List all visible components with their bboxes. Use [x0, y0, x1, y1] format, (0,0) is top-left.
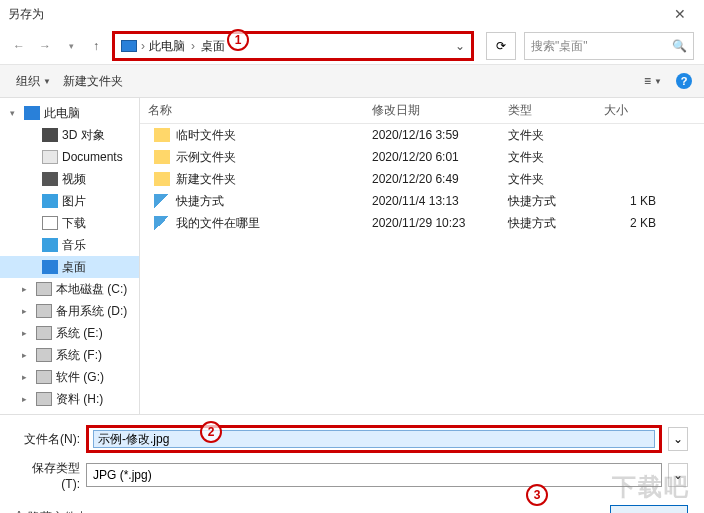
- hide-folders-toggle[interactable]: ˄ 隐藏文件夹: [16, 509, 88, 514]
- sidebar-item[interactable]: ▸系统 (E:): [0, 322, 139, 344]
- sidebar-item[interactable]: ▾库: [0, 410, 139, 414]
- file-type: 文件夹: [500, 149, 596, 166]
- sidebar-item[interactable]: ▾此电脑: [0, 102, 139, 124]
- sidebar-item[interactable]: 图片: [0, 190, 139, 212]
- sidebar-item-label: Documents: [62, 150, 123, 164]
- sidebar-item-label: 桌面: [62, 259, 86, 276]
- pc-icon: [24, 106, 40, 120]
- music-icon: [42, 238, 58, 252]
- sidebar-item[interactable]: ▸备用系统 (D:): [0, 300, 139, 322]
- address-bar[interactable]: › 此电脑 › 桌面 ⌄: [112, 31, 474, 61]
- sidebar-item-label: 库: [44, 413, 56, 415]
- sidebar-item-label: 本地磁盘 (C:): [56, 281, 127, 298]
- filetype-input[interactable]: [86, 463, 662, 487]
- file-size: 1 KB: [596, 194, 676, 208]
- expand-icon[interactable]: ▸: [22, 328, 32, 338]
- file-date: 2020/12/20 6:49: [364, 172, 500, 186]
- file-type: 文件夹: [500, 127, 596, 144]
- folder-icon: [154, 172, 170, 186]
- file-type: 快捷方式: [500, 193, 596, 210]
- sidebar-item[interactable]: ▸本地磁盘 (C:): [0, 278, 139, 300]
- filename-input[interactable]: [93, 430, 655, 448]
- sidebar-item-label: 系统 (F:): [56, 347, 102, 364]
- sidebar-item[interactable]: ▸软件 (G:): [0, 366, 139, 388]
- address-dropdown-icon[interactable]: ⌄: [455, 39, 465, 53]
- new-folder-button[interactable]: 新建文件夹: [59, 71, 127, 92]
- drive-icon: [36, 348, 52, 362]
- shortcut-icon: [154, 194, 170, 208]
- expand-icon[interactable]: ▾: [10, 108, 20, 118]
- sidebar-item[interactable]: 音乐: [0, 234, 139, 256]
- search-input[interactable]: 搜索"桌面" 🔍: [524, 32, 694, 60]
- close-icon[interactable]: ✕: [664, 2, 696, 26]
- file-row[interactable]: 临时文件夹2020/12/16 3:59文件夹: [140, 124, 704, 146]
- chevron-down-icon[interactable]: ▾: [62, 37, 80, 55]
- file-name: 新建文件夹: [176, 171, 236, 188]
- col-name[interactable]: 名称: [140, 102, 364, 119]
- drive-icon: [36, 370, 52, 384]
- footer: ˄ 隐藏文件夹: [0, 503, 704, 513]
- forward-icon[interactable]: →: [36, 37, 54, 55]
- sidebar-item[interactable]: 桌面: [0, 256, 139, 278]
- sidebar-item-label: 图片: [62, 193, 86, 210]
- filename-dropdown[interactable]: ⌄: [668, 427, 688, 451]
- main-area: ▾此电脑3D 对象Documents视频图片下载音乐桌面▸本地磁盘 (C:)▸备…: [0, 98, 704, 414]
- help-icon[interactable]: ?: [676, 73, 692, 89]
- sidebar[interactable]: ▾此电脑3D 对象Documents视频图片下载音乐桌面▸本地磁盘 (C:)▸备…: [0, 98, 140, 414]
- col-size[interactable]: 大小: [596, 102, 676, 119]
- sidebar-item[interactable]: 视频: [0, 168, 139, 190]
- file-date: 2020/12/20 6:01: [364, 150, 500, 164]
- drive-icon: [36, 282, 52, 296]
- shortcut-icon: [154, 216, 170, 230]
- up-icon[interactable]: ↑: [88, 38, 104, 54]
- expand-icon[interactable]: ▸: [22, 306, 32, 316]
- file-row[interactable]: 示例文件夹2020/12/20 6:01文件夹: [140, 146, 704, 168]
- file-size: 2 KB: [596, 216, 676, 230]
- crumb-desktop[interactable]: 桌面: [201, 38, 225, 55]
- drive-icon: [36, 392, 52, 406]
- breadcrumb[interactable]: 此电脑 › 桌面: [149, 38, 225, 55]
- doc-icon: [42, 150, 58, 164]
- crumb-pc[interactable]: 此电脑: [149, 38, 185, 55]
- col-type[interactable]: 类型: [500, 102, 596, 119]
- pc-icon: [121, 40, 137, 52]
- save-button[interactable]: [610, 505, 688, 513]
- sidebar-item-label: 软件 (G:): [56, 369, 104, 386]
- col-date[interactable]: 修改日期: [364, 102, 500, 119]
- file-list[interactable]: 名称 修改日期 类型 大小 临时文件夹2020/12/16 3:59文件夹示例文…: [140, 98, 704, 414]
- filetype-dropdown[interactable]: ⌄: [668, 463, 688, 487]
- expand-icon[interactable]: ▸: [22, 372, 32, 382]
- sidebar-item-label: 3D 对象: [62, 127, 105, 144]
- save-fields: 文件名(N): ⌄ 保存类型(T): ⌄: [0, 414, 704, 503]
- filename-label: 文件名(N):: [16, 431, 80, 448]
- chevron-right-icon: ›: [141, 39, 145, 53]
- filetype-label: 保存类型(T):: [16, 460, 80, 491]
- refresh-button[interactable]: ⟳: [486, 32, 516, 60]
- sidebar-item[interactable]: ▸系统 (F:): [0, 344, 139, 366]
- expand-icon[interactable]: ▸: [22, 284, 32, 294]
- view-button[interactable]: ≡▼: [640, 72, 666, 90]
- file-name: 快捷方式: [176, 193, 224, 210]
- dl-icon: [42, 216, 58, 230]
- file-header[interactable]: 名称 修改日期 类型 大小: [140, 98, 704, 124]
- sidebar-item[interactable]: Documents: [0, 146, 139, 168]
- file-type: 文件夹: [500, 171, 596, 188]
- sidebar-item[interactable]: ▸资料 (H:): [0, 388, 139, 410]
- expand-icon[interactable]: ▸: [22, 350, 32, 360]
- drive-icon: [36, 304, 52, 318]
- sidebar-item-label: 备用系统 (D:): [56, 303, 127, 320]
- sidebar-item[interactable]: 下载: [0, 212, 139, 234]
- window-title: 另存为: [8, 6, 44, 23]
- file-row[interactable]: 快捷方式2020/11/4 13:13快捷方式1 KB: [140, 190, 704, 212]
- file-name: 我的文件在哪里: [176, 215, 260, 232]
- pic-icon: [42, 194, 58, 208]
- file-row[interactable]: 我的文件在哪里2020/11/29 10:23快捷方式2 KB: [140, 212, 704, 234]
- back-icon[interactable]: ←: [10, 37, 28, 55]
- filename-wrap: [86, 425, 662, 453]
- search-icon: 🔍: [672, 39, 687, 53]
- file-row[interactable]: 新建文件夹2020/12/20 6:49文件夹: [140, 168, 704, 190]
- organize-button[interactable]: 组织 ▼: [12, 71, 55, 92]
- file-date: 2020/11/4 13:13: [364, 194, 500, 208]
- expand-icon[interactable]: ▸: [22, 394, 32, 404]
- sidebar-item[interactable]: 3D 对象: [0, 124, 139, 146]
